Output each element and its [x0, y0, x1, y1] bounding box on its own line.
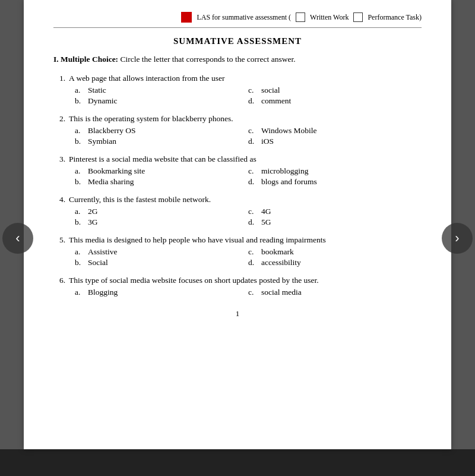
section-title: SUMMATIVE ASSESSMENT	[53, 36, 422, 46]
question-number: 3.	[53, 155, 65, 164]
choice-item: d.accessibility	[248, 258, 422, 267]
question-number: 2.	[53, 114, 65, 124]
choice-text: Symbian	[88, 137, 116, 146]
choice-letter: c.	[248, 166, 258, 176]
choice-item: a.Bookmarking site	[75, 166, 248, 176]
choice-letter: a.	[75, 207, 84, 216]
choice-item: c.bookmark	[248, 247, 422, 257]
las-label: LAS for summative assessment (	[197, 13, 291, 22]
choice-letter: c.	[248, 86, 258, 95]
choice-text: Windows Mobile	[261, 126, 317, 135]
page-number: 1	[53, 309, 422, 319]
question-text: 3.Pinterest is a social media website th…	[53, 155, 422, 164]
choice-item: c.microblogging	[248, 166, 422, 176]
choice-letter: b.	[75, 137, 84, 146]
question-item: 4.Currently, this is the fastest mobile …	[53, 195, 422, 227]
choice-letter: d.	[248, 217, 258, 227]
choice-letter: a.	[75, 86, 84, 95]
question-text: 5.This media is designed to help people …	[53, 235, 422, 245]
choice-letter: d.	[248, 258, 258, 267]
question-text: 6.This type of social media website focu…	[53, 276, 422, 285]
written-work-label: Written Work	[310, 13, 349, 22]
instruction: I. Multiple Choice: Circle the letter th…	[53, 55, 422, 64]
choice-letter: a.	[75, 288, 84, 297]
next-button[interactable]: ›	[442, 223, 473, 254]
choice-item: c.social	[248, 86, 422, 95]
choices-grid: a.2Gc.4Gb.3Gd.5G	[75, 207, 422, 227]
question-body: This media is designed to help people wh…	[69, 235, 326, 245]
divider	[53, 27, 422, 28]
question-item: 6.This type of social media website focu…	[53, 276, 422, 297]
choice-item: b.3G	[75, 217, 248, 227]
choice-letter: c.	[248, 288, 258, 297]
question-item: 5.This media is designed to help people …	[53, 235, 422, 267]
choice-letter: a.	[75, 126, 84, 135]
choice-text: accessibility	[261, 258, 301, 267]
choice-text: Bookmarking site	[88, 166, 145, 176]
question-item: 1.A web page that allows interaction fro…	[53, 74, 422, 106]
performance-task-checkbox[interactable]	[353, 12, 363, 22]
choices-grid: a.Staticc.socialb.Dynamicd.comment	[75, 86, 422, 106]
question-item: 2.This is the operating system for black…	[53, 114, 422, 146]
choice-item: d.iOS	[248, 137, 422, 146]
next-icon: ›	[455, 231, 459, 246]
choice-text: Social	[88, 258, 108, 267]
question-number: 1.	[53, 74, 65, 83]
performance-task-label: Performance Task)	[368, 13, 422, 22]
choice-item: c.4G	[248, 207, 422, 216]
choice-item: d.blogs and forums	[248, 177, 422, 187]
choice-text: Media sharing	[88, 177, 134, 187]
choice-text: 2G	[88, 207, 98, 216]
question-body: This is the operating system for blackbe…	[69, 114, 233, 124]
choice-item: b.Media sharing	[75, 177, 248, 187]
choice-letter: d.	[248, 96, 258, 106]
choice-letter: a.	[75, 166, 84, 176]
question-number: 6.	[53, 276, 65, 285]
choice-text: Static	[88, 86, 106, 95]
choice-item: a.2G	[75, 207, 248, 216]
choice-text: social media	[261, 288, 302, 297]
question-body: Currently, this is the fastest mobile ne…	[69, 195, 211, 204]
choice-item: c.social media	[248, 288, 422, 297]
prev-icon: ‹	[15, 231, 20, 246]
choice-item: d.comment	[248, 96, 422, 106]
choice-text: bookmark	[261, 247, 294, 257]
prev-button[interactable]: ‹	[2, 223, 33, 254]
choice-letter: b.	[75, 217, 84, 227]
question-text: 4.Currently, this is the fastest mobile …	[53, 195, 422, 204]
question-text: 1.A web page that allows interaction fro…	[53, 74, 422, 83]
choice-text: social	[261, 86, 280, 95]
instruction-rest: Circle the letter that corresponds to th…	[118, 55, 295, 64]
choice-item: a.Blogging	[75, 288, 248, 297]
question-body: A web page that allows interaction from …	[69, 74, 224, 83]
choice-text: 4G	[261, 207, 271, 216]
choice-item: a.Assistive	[75, 247, 248, 257]
choice-text: comment	[261, 96, 291, 106]
choice-letter: b.	[75, 177, 84, 187]
choice-letter: c.	[248, 207, 258, 216]
top-bar: LAS for summative assessment ( Written W…	[53, 12, 422, 23]
choice-item: b.Symbian	[75, 137, 248, 146]
document-page: LAS for summative assessment ( Written W…	[24, 0, 451, 449]
choice-item: a.Blackberry OS	[75, 126, 248, 135]
choice-letter: c.	[248, 247, 258, 257]
question-body: Pinterest is a social media website that…	[69, 155, 256, 164]
choices-grid: a.Bookmarking sitec.microbloggingb.Media…	[75, 166, 422, 187]
choice-item: b.Social	[75, 258, 248, 267]
question-number: 4.	[53, 195, 65, 204]
bottom-strip	[0, 449, 475, 476]
choice-text: Assistive	[88, 247, 118, 257]
page-wrapper: ‹ › LAS for summative assessment ( Writt…	[0, 0, 475, 476]
choice-text: microblogging	[261, 166, 309, 176]
questions-list: 1.A web page that allows interaction fro…	[53, 74, 422, 297]
choice-letter: d.	[248, 137, 258, 146]
choice-letter: b.	[75, 96, 84, 106]
written-work-checkbox[interactable]	[296, 12, 305, 22]
choice-text: 3G	[88, 217, 98, 227]
question-item: 3.Pinterest is a social media website th…	[53, 155, 422, 187]
choice-text: Blackberry OS	[88, 126, 136, 135]
choice-letter: c.	[248, 126, 258, 135]
question-text: 2.This is the operating system for black…	[53, 114, 422, 124]
choice-text: blogs and forums	[261, 177, 317, 187]
choices-grid: a.Blackberry OSc.Windows Mobileb.Symbian…	[75, 126, 422, 146]
